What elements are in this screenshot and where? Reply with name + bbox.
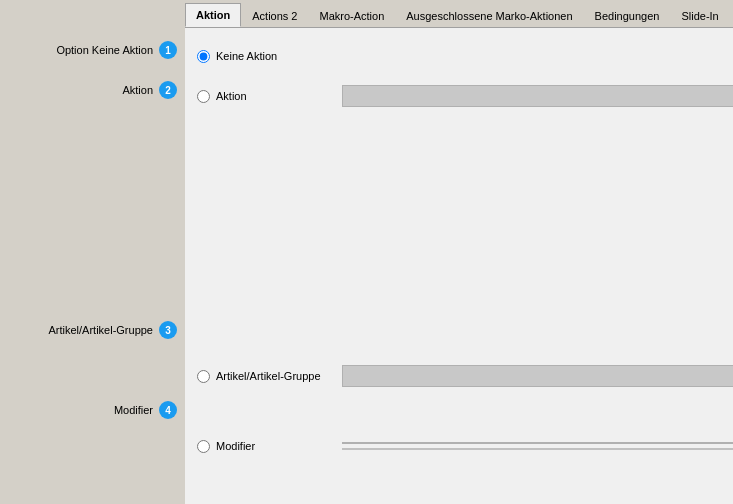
badge-3: 3: [159, 321, 177, 339]
label-row-modifier: Modifier 4: [0, 390, 185, 430]
radio-label-aktion: Aktion: [216, 90, 336, 102]
badge-1: 1: [159, 41, 177, 59]
content-area: Keine Aktion Aktion Artikel/Artikel-Grup…: [185, 28, 733, 504]
tab-ausgeschlossene[interactable]: Ausgeschlossene Marko-Aktionen: [395, 3, 583, 27]
radio-modifier[interactable]: [197, 440, 210, 453]
modifier-inputs: [342, 442, 733, 450]
tab-makro-action[interactable]: Makro-Action: [308, 3, 395, 27]
radio-row-aktion: Aktion: [197, 76, 733, 116]
tab-aktion[interactable]: Aktion: [185, 3, 241, 27]
radio-row-modifier: Modifier: [197, 426, 733, 466]
aktion-input[interactable]: [342, 85, 733, 107]
label-aktion: Aktion: [122, 84, 153, 96]
spacer: [197, 116, 733, 356]
label-modifier: Modifier: [114, 404, 153, 416]
modifier-input-2[interactable]: [342, 448, 733, 450]
radio-artikel[interactable]: [197, 370, 210, 383]
label-artikel: Artikel/Artikel-Gruppe: [48, 324, 153, 336]
artikel-input[interactable]: [342, 365, 733, 387]
label-keine-aktion: Option Keine Aktion: [56, 44, 153, 56]
radio-aktion[interactable]: [197, 90, 210, 103]
bottom-spacer: [197, 466, 733, 496]
badge-4: 4: [159, 401, 177, 419]
radio-keine-aktion[interactable]: [197, 50, 210, 63]
radio-label-artikel: Artikel/Artikel-Gruppe: [216, 370, 336, 382]
right-panel: Aktion Actions 2 Makro-Action Ausgeschlo…: [185, 0, 733, 504]
radio-label-modifier: Modifier: [216, 440, 336, 452]
modifier-input-1[interactable]: [342, 442, 733, 444]
left-panel: Option Keine Aktion 1 Aktion 2 Artikel/A…: [0, 0, 185, 504]
tab-bar: Aktion Actions 2 Makro-Action Ausgeschlo…: [185, 0, 733, 28]
tab-bedingungen[interactable]: Bedingungen: [584, 3, 671, 27]
tab-slide-in[interactable]: Slide-In: [670, 3, 729, 27]
radio-row-artikel: Artikel/Artikel-Gruppe: [197, 356, 733, 396]
badge-2: 2: [159, 81, 177, 99]
label-row-artikel: Artikel/Artikel-Gruppe 3: [0, 310, 185, 350]
radio-label-keine-aktion: Keine Aktion: [216, 50, 336, 62]
label-row-keine-aktion: Option Keine Aktion 1: [0, 30, 185, 70]
radio-row-keine-aktion: Keine Aktion: [197, 36, 733, 76]
label-row-aktion: Aktion 2: [0, 70, 185, 110]
tab-actions2[interactable]: Actions 2: [241, 3, 308, 27]
gap-spacer: [197, 396, 733, 426]
